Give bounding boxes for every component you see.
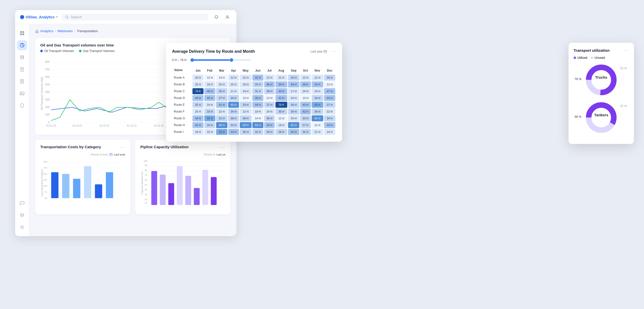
heatmap-cell-3-10: 34 H bbox=[312, 95, 323, 101]
heatmap-cell-3-9: 12 H bbox=[300, 95, 311, 101]
heatmap-cell-7-7: 18 H bbox=[275, 122, 287, 128]
heatmap-cell-6-8: 24 H bbox=[288, 115, 299, 121]
costs-menu[interactable]: ··· bbox=[120, 145, 125, 150]
heatmap-cell-1-1: 18 H bbox=[204, 81, 215, 87]
legend-unused: Unused bbox=[591, 56, 605, 60]
heatmap-row-routef: Route F25 H33 H22 H34 H22 H19 H24 H30 H3… bbox=[173, 109, 335, 115]
last-year-filter[interactable]: Last year bbox=[310, 50, 327, 53]
heatmap-cell-5-3: 34 H bbox=[228, 109, 239, 115]
sidebar-item-training[interactable] bbox=[17, 210, 27, 220]
cost-bar-4 bbox=[84, 166, 91, 198]
legend-oil: Oil Transport Volumes bbox=[40, 49, 74, 53]
heatmap-cell-8-1: 22 H bbox=[204, 129, 215, 135]
pipeline-card: Pipline Capacity Utilization ··· Period … bbox=[135, 140, 230, 214]
app-logo[interactable]: OilGas_Analytics ▾ bbox=[20, 15, 58, 19]
unused-dot bbox=[591, 57, 593, 59]
sidebar-item-database[interactable] bbox=[17, 52, 27, 62]
heatmap-cell-7-10: 12 H bbox=[312, 122, 323, 128]
cost-bar-2 bbox=[62, 174, 69, 198]
tankers-donut-svg: Tankers bbox=[581, 101, 621, 134]
svg-text:20: 20 bbox=[145, 198, 147, 201]
svg-text:400: 400 bbox=[45, 90, 50, 93]
range-thumb-right[interactable] bbox=[230, 58, 233, 62]
bottom-charts: Transportation Costs by Category ··· Per… bbox=[35, 140, 230, 219]
gear-icon bbox=[20, 225, 25, 230]
sidebar-item-reports[interactable] bbox=[17, 64, 27, 74]
heatmap-cell-6-2: 31 H bbox=[216, 115, 227, 121]
heatmap-cell-5-9: 42 H bbox=[300, 109, 311, 115]
svg-text:Tankers: Tankers bbox=[594, 113, 608, 117]
trucks-donut-svg: Trucks bbox=[581, 64, 621, 96]
user-button[interactable] bbox=[223, 13, 231, 21]
heatmap-cell-1-2: 20 H bbox=[216, 81, 227, 87]
sidebar-item-security[interactable] bbox=[17, 100, 27, 111]
svg-rect-5 bbox=[22, 33, 24, 35]
breadcrumb-analytics[interactable]: Analytics bbox=[40, 29, 53, 33]
svg-text:175: 175 bbox=[44, 167, 47, 169]
heatmap-cell-8-9: 32 H bbox=[300, 129, 311, 135]
range-slider[interactable] bbox=[190, 58, 251, 63]
pipe-bar-4 bbox=[177, 166, 183, 205]
sidebar-item-dashboard[interactable] bbox=[17, 28, 27, 38]
transport-title: Oil and Gas Transport volumes over time bbox=[40, 43, 114, 47]
heatmap-cell-6-3: 38 H bbox=[228, 115, 239, 121]
heatmap-cell-0-9: 22 H bbox=[300, 75, 311, 81]
heatmap-cell-2-6: 38 H bbox=[264, 88, 275, 94]
heatmap-cell-6-9: 33 H bbox=[300, 115, 311, 121]
heatmap-cell-5-2: 22 H bbox=[216, 109, 227, 115]
heatmap-cell-0-11: 34 H bbox=[324, 75, 335, 81]
heatmap-cell-3-11: 42 H bbox=[324, 95, 335, 101]
delivery-menu[interactable]: ··· bbox=[331, 49, 336, 54]
costs-card: Transportation Costs by Category ··· Per… bbox=[35, 140, 130, 214]
heatmap-cell-8-3: 44 H bbox=[228, 129, 239, 135]
sidebar-item-messages[interactable] bbox=[17, 198, 27, 208]
topbar-icons bbox=[212, 13, 231, 21]
col-name: Name bbox=[173, 67, 192, 74]
heatmap-cell-7-1: 33 H bbox=[204, 122, 215, 128]
heatmap-row-routeh: Route H42 H33 H66 H32 H60 H65 H43 H18 H6… bbox=[173, 122, 335, 128]
svg-text:300: 300 bbox=[45, 98, 50, 101]
sidebar-item-settings[interactable] bbox=[17, 222, 27, 232]
pipe-bar-1 bbox=[151, 171, 157, 205]
delivery-actions: Last year ··· bbox=[310, 49, 336, 54]
heatmap-cell-4-8: 30 H bbox=[288, 102, 299, 108]
breadcrumb-midstream[interactable]: Midstream bbox=[57, 29, 73, 33]
heatmap-cell-1-0: 20 H bbox=[192, 81, 203, 87]
search-bar[interactable]: Search bbox=[62, 14, 208, 21]
heatmap-cell-8-0: 18 H bbox=[192, 129, 203, 135]
col-sep: Sep bbox=[288, 67, 299, 74]
heatmap-cell-1-10: 42 H bbox=[312, 81, 323, 87]
svg-text:200: 200 bbox=[44, 161, 47, 163]
range-thumb-left[interactable] bbox=[190, 58, 194, 62]
home-icon bbox=[35, 29, 39, 33]
sidebar-item-analytics[interactable] bbox=[17, 40, 27, 50]
heatmap-cell-4-0: 32 H bbox=[192, 102, 203, 108]
trucks-chart-wrap: Trucks 24 % 76 % bbox=[574, 64, 629, 96]
heatmap-cell-2-3: 21 H bbox=[228, 88, 239, 94]
heatmap-cell-3-1: 42 H bbox=[204, 95, 215, 101]
svg-text:500: 500 bbox=[45, 83, 50, 86]
svg-text:01.04.23: 01.04.23 bbox=[72, 124, 82, 127]
col-apr: Apr bbox=[228, 67, 239, 74]
sidebar-item-media[interactable] bbox=[17, 88, 27, 98]
heatmap-cell-3-0: 44 H bbox=[192, 95, 203, 101]
heatmap-row-routeg: Route G44 H55 H31 H38 H38 H14 H36 H12 H2… bbox=[173, 115, 335, 121]
notification-button[interactable] bbox=[212, 13, 220, 21]
svg-text:40: 40 bbox=[145, 188, 147, 191]
util-menu[interactable]: ··· bbox=[624, 48, 629, 53]
heatmap-row-routed: Route D44 H42 H27 H34 H12 H39 H12 H42 H2… bbox=[173, 95, 335, 101]
heatmap-cell-0-4: 22 H bbox=[240, 75, 252, 81]
pipeline-menu[interactable]: ··· bbox=[220, 145, 225, 150]
unused-label: Unused bbox=[594, 56, 605, 60]
heatmap-cell-2-11: 47 H bbox=[324, 88, 335, 94]
heatmap-cell-7-3: 32 H bbox=[228, 122, 239, 128]
svg-text:150: 150 bbox=[44, 173, 47, 175]
chart-legend: Oil Transport Volumes Gas Transport Volu… bbox=[40, 49, 114, 53]
sidebar-item-documents[interactable] bbox=[17, 76, 27, 86]
logo-icon bbox=[20, 15, 24, 19]
cap-icon bbox=[20, 213, 25, 218]
pipeline-svg: 100 90 80 70 60 50 40 30 20 10 bbox=[140, 158, 225, 208]
heatmap-cell-5-11: 22 H bbox=[324, 109, 335, 115]
heatmap-cell-3-4: 12 H bbox=[240, 95, 252, 101]
heatmap-cell-6-1: 55 H bbox=[204, 115, 215, 121]
